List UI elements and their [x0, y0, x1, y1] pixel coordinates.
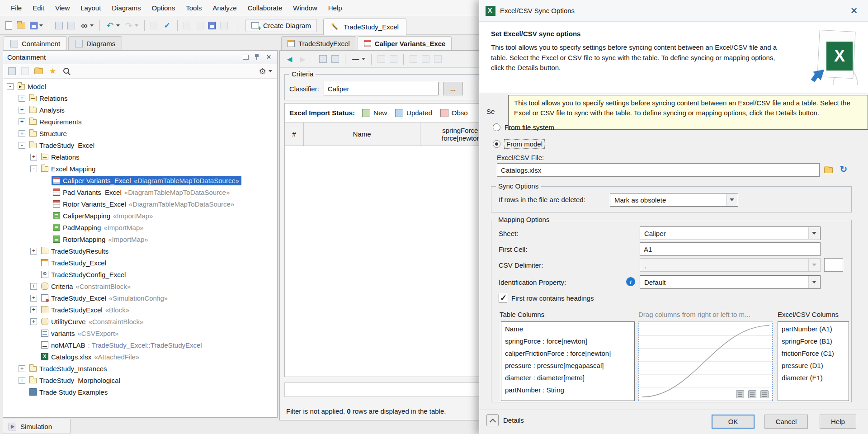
tree-toggle-icon[interactable]: -: [19, 142, 25, 149]
show-diagram-button[interactable]: [330, 53, 341, 65]
find-button[interactable]: [78, 19, 95, 32]
ok-button[interactable]: OK: [712, 415, 755, 429]
tree-item-tradestudy-instances[interactable]: +TradeStudy_Instances: [3, 363, 277, 374]
table-column-item[interactable]: partNumber : String: [501, 384, 634, 396]
tree-item-trade-study-examples[interactable]: Trade Study Examples: [3, 386, 277, 398]
columns-button[interactable]: [432, 53, 443, 65]
containment-view-button[interactable]: [317, 53, 329, 65]
folder-open-button[interactable]: [33, 66, 45, 76]
tree-item-excel-mapping[interactable]: -Excel Mapping: [3, 163, 277, 175]
tree-item-caliper-variants-excel[interactable]: Caliper Variants_Excel«DiagramTableMapTo…: [3, 175, 277, 186]
delete-mapping-icon[interactable]: [736, 390, 744, 398]
open-element-button[interactable]: [149, 20, 160, 31]
menu-item-window[interactable]: Window: [288, 0, 322, 16]
tree-item-analysis[interactable]: +Analysis: [3, 104, 277, 116]
classifier-browse-button[interactable]: ...: [443, 82, 463, 95]
settings-gear-button[interactable]: [256, 65, 274, 77]
excel-csv-file-input[interactable]: Catalogs.xlsx: [497, 163, 820, 177]
identification-property-combo[interactable]: Default: [640, 275, 821, 289]
tree-b-button[interactable]: [19, 66, 31, 77]
tree-item-relations[interactable]: +Relations: [3, 151, 277, 163]
close-icon[interactable]: ×: [846, 4, 862, 18]
tab-containment[interactable]: Containment: [4, 36, 67, 50]
tree-toggle-icon[interactable]: -: [30, 165, 37, 172]
tree-item-requirements[interactable]: +Requirements: [3, 116, 277, 127]
back-button[interactable]: [283, 53, 296, 65]
excel-column-item[interactable]: pressure (D1): [778, 359, 849, 372]
tab-diagrams[interactable]: Diagrams: [68, 36, 122, 50]
add-row-button[interactable]: [408, 53, 419, 65]
tree-item-pad-variants-excel[interactable]: Pad Variants_Excel«DiagramTableMapToData…: [3, 186, 277, 198]
browse-file-button[interactable]: [822, 164, 835, 176]
table-body[interactable]: [285, 146, 504, 377]
tree-toggle-icon[interactable]: +: [30, 283, 37, 290]
excel-column-item[interactable]: springForce (B1): [778, 335, 849, 347]
tree-item-tradestudy-excel[interactable]: TradeStudy_Excel: [3, 257, 277, 269]
mapping-drag-zone[interactable]: [638, 321, 773, 401]
validate-button[interactable]: [161, 19, 173, 32]
menu-item-analyze[interactable]: Analyze: [207, 0, 242, 16]
search-button[interactable]: [61, 65, 73, 77]
menu-item-view[interactable]: View: [50, 0, 75, 16]
tree-toggle-icon[interactable]: +: [19, 130, 25, 137]
info-icon[interactable]: [626, 277, 635, 286]
table-column-item[interactable]: diameter : diameter[metre]: [501, 372, 634, 384]
lock-button[interactable]: [218, 20, 230, 31]
radio-from-model[interactable]: From model: [493, 139, 544, 148]
tree-item-calipermapping[interactable]: CaliperMapping«ImportMap»: [3, 210, 277, 222]
menu-item-diagrams[interactable]: Diagrams: [106, 0, 146, 16]
tree-toggle-icon[interactable]: +: [19, 377, 25, 384]
auto-map-icon[interactable]: [760, 390, 769, 398]
tree-item-tradestudy-morphological[interactable]: +TradeStudy_Morphological: [3, 374, 277, 386]
excel-column-item[interactable]: partNumber (A1): [778, 323, 849, 335]
column-header-name[interactable]: Name: [304, 123, 420, 146]
first-cell-input[interactable]: A1: [640, 242, 821, 256]
print-button[interactable]: [53, 20, 65, 31]
table-column-item[interactable]: Name: [501, 323, 634, 335]
deleted-rows-combo[interactable]: Mark as obsolete: [610, 193, 738, 207]
tree-item-utilitycurve[interactable]: +UtilityCurve«ConstraintBlock»: [3, 316, 277, 327]
help-button[interactable]: Help: [820, 415, 856, 429]
first-row-headings-checkbox-row[interactable]: First row contains headings: [499, 294, 594, 302]
window-split-button[interactable]: [182, 20, 193, 31]
open-project-button[interactable]: [15, 21, 27, 30]
tree-toggle-icon[interactable]: +: [30, 307, 37, 313]
print-preview-button[interactable]: [66, 20, 77, 31]
create-diagram-button[interactable]: Create Diagram: [245, 19, 317, 32]
new-document-button[interactable]: [4, 19, 14, 32]
tree-item-relations[interactable]: +Relations: [3, 92, 277, 104]
tree-item-nomatlab[interactable]: noMATLAB : TradeStudy_Excel::TradeStudyE…: [3, 339, 277, 351]
tree-item-tradestudy-excel[interactable]: +TradeStudy_Excel«SimulationConfig»: [3, 292, 277, 304]
tab-tradestudyexcel[interactable]: TradeStudyExcel: [281, 36, 356, 50]
tree-a-button[interactable]: [6, 66, 18, 77]
table-column-item[interactable]: caliperFrictionForce : force[newton]: [501, 347, 634, 359]
close-panel-icon[interactable]: [264, 53, 273, 61]
undo-button[interactable]: [104, 19, 122, 32]
copy-button[interactable]: [376, 53, 387, 65]
menu-item-edit[interactable]: Edit: [27, 0, 50, 16]
window-cascade-button[interactable]: [194, 20, 205, 31]
tree-item-rotormapping[interactable]: RotorMapping«ImportMap»: [3, 233, 277, 245]
tree-item-tradestudy-excel[interactable]: -TradeStudy_Excel: [3, 139, 277, 151]
excel-column-item[interactable]: diameter (E1): [778, 372, 849, 384]
tree-item-rotor-variants-excel[interactable]: Rotor Variants_Excel«DiagramTableMapToDa…: [3, 198, 277, 210]
active-simulation-config-tab[interactable]: TradeStudy_Excel: [323, 19, 406, 35]
tree-toggle-icon[interactable]: +: [30, 295, 37, 302]
menu-item-tools[interactable]: Tools: [180, 0, 207, 16]
tree-toggle-icon[interactable]: -: [7, 83, 14, 90]
float-window-icon[interactable]: [243, 55, 249, 60]
simulation-bottom-tab[interactable]: Simulation: [3, 419, 71, 434]
classifier-input[interactable]: Caliper: [324, 82, 439, 95]
refresh-file-button[interactable]: [837, 163, 850, 175]
redo-button[interactable]: [123, 19, 140, 32]
delete-row-button[interactable]: [420, 53, 431, 65]
save-all-button[interactable]: [206, 20, 217, 31]
tree-item-catalogs-xlsx[interactable]: Catalogs.xlsx«AttachedFile»: [3, 351, 277, 363]
pin-icon[interactable]: [252, 53, 261, 61]
table-column-item[interactable]: springForce : force[newton]: [501, 335, 634, 347]
details-toggle[interactable]: Details: [486, 414, 524, 426]
excel-column-item[interactable]: frictionForce (C1): [778, 347, 849, 359]
forward-button[interactable]: [297, 53, 309, 65]
tree-toggle-icon[interactable]: +: [19, 95, 25, 102]
csv-delimiter-custom-field[interactable]: [824, 258, 843, 272]
